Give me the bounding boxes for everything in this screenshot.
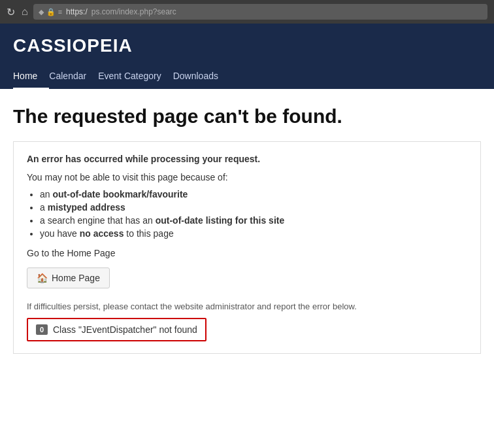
site-title: CASSIOPEIA [13, 35, 481, 56]
site-header: CASSIOPEIA Home Calendar Event Category … [0, 24, 494, 89]
settings-icon: ≡ [58, 8, 62, 16]
difficulties-text: If difficulties persist, please contact … [27, 302, 467, 311]
nav-downloads[interactable]: Downloads [173, 65, 230, 89]
back-icon[interactable]: ↻ [7, 6, 15, 18]
url-suffix: ps.com/index.php?searc [91, 7, 176, 16]
browser-chrome: ↻ ⌂ ◆ 🔒 ≡ https:/ ps.com/index.php?searc [0, 0, 494, 24]
error-box: An error has occurred while processing y… [13, 141, 481, 354]
list-item: a search engine that has an out-of-date … [40, 215, 467, 226]
house-icon: 🏠 [37, 273, 48, 283]
list-item: an out-of-date bookmark/favourite [40, 189, 467, 199]
browser-nav-icons: ↻ ⌂ [7, 6, 28, 18]
go-home-text: Go to the Home Page [27, 248, 467, 258]
list-item: a mistyped address [40, 202, 467, 213]
url-prefix: https:/ [66, 7, 88, 16]
lock-icon: 🔒 [46, 8, 56, 16]
nav-event-category[interactable]: Event Category [98, 65, 173, 89]
nav-home[interactable]: Home [13, 65, 49, 89]
address-bar[interactable]: ◆ 🔒 ≡ https:/ ps.com/index.php?searc [33, 4, 487, 20]
site-nav: Home Calendar Event Category Downloads [13, 65, 481, 89]
error-box-heading: An error has occurred while processing y… [27, 154, 467, 164]
main-content: The requested page can't be found. An er… [0, 89, 494, 383]
shield-icon: ◆ [39, 8, 44, 16]
nav-calendar[interactable]: Calendar [49, 65, 98, 89]
list-item: you have no access to this page [40, 228, 467, 239]
home-browser-icon[interactable]: ⌂ [22, 6, 28, 18]
error-list: an out-of-date bookmark/favourite a mist… [40, 189, 467, 239]
page-title: The requested page can't be found. [13, 105, 481, 128]
error-number-badge: 0 [36, 324, 48, 335]
home-page-button[interactable]: 🏠 Home Page [27, 267, 110, 288]
bold-text: mistyped address [48, 202, 125, 213]
error-badge-row: 0 Class "JEventDispatcher" not found [27, 318, 206, 341]
error-message: Class "JEventDispatcher" not found [53, 324, 197, 335]
bold-text: no access [80, 228, 124, 239]
bold-text: out-of-date bookmark/favourite [52, 189, 188, 199]
home-button-label: Home Page [52, 273, 100, 283]
bold-text: out-of-date listing for this site [156, 215, 285, 226]
error-box-intro: You may not be able to visit this page b… [27, 172, 467, 182]
address-bar-icons: ◆ 🔒 ≡ [39, 8, 62, 16]
